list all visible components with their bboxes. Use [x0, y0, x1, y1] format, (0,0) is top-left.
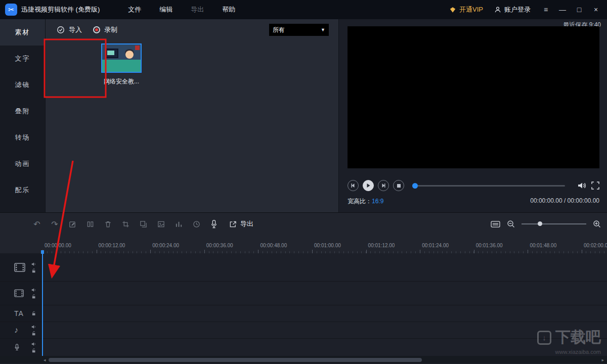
sidebar-item-label: 文字 — [15, 54, 30, 63]
volume-icon[interactable] — [577, 181, 586, 190]
undo-icon[interactable]: ↶ — [32, 219, 41, 229]
login-label: 账户登录 — [504, 5, 531, 14]
music-track-lane[interactable] — [42, 322, 607, 338]
site-watermark: ↓ 下载吧 www.xiazaiba.com — [537, 327, 601, 355]
stop-button[interactable] — [393, 180, 404, 191]
record-button[interactable]: 录制 — [93, 25, 117, 34]
prev-frame-button[interactable] — [348, 180, 359, 191]
menu-bar: 文件 编辑 导出 帮助 — [128, 5, 235, 14]
play-button[interactable] — [363, 180, 374, 191]
track-lock-icon[interactable] — [31, 268, 36, 273]
ruler-tick-mark — [474, 250, 474, 253]
sidebar-item-media[interactable]: 素材 — [0, 19, 45, 46]
zoom-in-icon[interactable] — [593, 220, 601, 228]
media-toolbar: 导入 录制 所有 ▼ — [46, 19, 338, 40]
voiceover-mic-icon[interactable] — [209, 219, 219, 229]
voice-track-lane[interactable] — [42, 339, 607, 356]
track-size-icon[interactable] — [491, 220, 500, 228]
sidebar-item-text[interactable]: 文字 — [0, 46, 45, 72]
microphone-icon — [14, 343, 20, 351]
account-login-button[interactable]: 账户登录 — [494, 5, 531, 14]
close-button[interactable]: × — [592, 6, 600, 14]
next-frame-button[interactable] — [378, 180, 389, 191]
record-icon — [93, 26, 100, 33]
sidebar-item-music[interactable]: 配乐 — [0, 177, 45, 203]
import-label: 导入 — [69, 25, 82, 34]
sidebar-item-filters[interactable]: 滤镜 — [0, 72, 45, 98]
media-item-thumbnail[interactable] — [101, 43, 142, 73]
track-row-music: ♪ — [0, 322, 607, 339]
scroll-left-arrow-icon[interactable]: ◂ — [44, 357, 46, 362]
timeline-section: ↶ ↷ — [0, 212, 607, 364]
timeline-zoom-slider[interactable] — [522, 223, 586, 224]
redo-icon[interactable]: ↷ — [50, 219, 59, 229]
aspect-ratio[interactable]: 宽高比：16:9 — [348, 197, 383, 206]
video-track-2-lane[interactable] — [42, 282, 607, 305]
hamburger-menu-icon[interactable]: ≡ — [542, 6, 550, 14]
sidebar-item-transitions[interactable]: 转场 — [0, 124, 45, 151]
video-preview-area[interactable] — [348, 26, 599, 168]
sidebar-item-overlays[interactable]: 叠附 — [0, 98, 45, 124]
timeline-horizontal-scrollbar[interactable]: ◂ ▸ — [0, 356, 607, 363]
sidebar-item-label: 滤镜 — [15, 80, 30, 89]
timeline-ruler[interactable]: 00:00:00.0000:00:12.0000:00:24.0000:00:3… — [0, 235, 607, 253]
track-lock-icon[interactable] — [31, 348, 36, 353]
aspect-ratio-value: 16:9 — [372, 198, 383, 205]
user-icon — [494, 6, 501, 13]
filter-selected-value: 所有 — [273, 26, 285, 34]
zoom-out-icon[interactable] — [507, 220, 515, 228]
media-filter-dropdown[interactable]: 所有 ▼ — [269, 24, 329, 36]
fullscreen-icon[interactable] — [591, 181, 599, 190]
video-track-2-header[interactable] — [0, 282, 42, 305]
preview-panel: 最近保存 9:40 — [339, 19, 607, 212]
timeline-export-button[interactable]: 导出 — [229, 219, 253, 229]
ruler-tick-mark — [582, 250, 582, 253]
track-mute-icon[interactable] — [31, 261, 36, 266]
ruler-tick-label: 00:01:36.00 — [476, 243, 503, 248]
track-mute-icon[interactable] — [31, 342, 36, 347]
ruler-tick-label: 00:01:24.00 — [422, 243, 449, 248]
maximize-button[interactable]: □ — [575, 6, 583, 14]
media-library-panel: 导入 录制 所有 ▼ 网络安全教... — [46, 19, 339, 212]
preview-info-row: 宽高比：16:9 00:00:00.00 / 00:00:00.00 — [348, 197, 599, 206]
timeline-playhead[interactable] — [42, 250, 43, 356]
scroll-right-arrow-icon[interactable]: ▸ — [601, 357, 604, 362]
music-track-header[interactable]: ♪ — [0, 322, 42, 338]
ruler-tick-mark — [366, 250, 367, 253]
delete-icon — [103, 219, 112, 229]
video-track-1-lane[interactable] — [42, 253, 607, 281]
zoom-slider-knob[interactable] — [538, 221, 542, 226]
voice-track-header[interactable] — [0, 339, 42, 356]
track-lock-icon[interactable] — [31, 311, 36, 316]
sidebar-item-animation[interactable]: 动画 — [0, 151, 45, 177]
menu-file[interactable]: 文件 — [128, 5, 141, 14]
watermark-url: www.xiazaiba.com — [537, 349, 601, 355]
app-title: 迅捷视频剪辑软件 (免费版) — [21, 5, 100, 14]
menu-help[interactable]: 帮助 — [222, 5, 235, 14]
import-button[interactable]: 导入 — [57, 25, 82, 34]
seek-slider-knob[interactable] — [412, 183, 418, 189]
timecode-display: 00:00:00.00 / 00:00:00.00 — [530, 197, 599, 206]
app-window: ✂ 迅捷视频剪辑软件 (免费版) 文件 编辑 导出 帮助 开通VIP 账户登录 — [0, 0, 607, 364]
sidebar-item-label: 动画 — [15, 159, 30, 168]
track-lock-icon[interactable] — [31, 294, 36, 299]
duration-clock-icon — [192, 219, 201, 229]
film-strip-icon — [14, 289, 24, 297]
vip-diamond-icon — [449, 7, 456, 13]
minimize-button[interactable]: — — [558, 6, 567, 14]
text-track-header[interactable]: TA — [0, 305, 42, 322]
track-mute-icon[interactable] — [31, 325, 36, 330]
track-lock-icon[interactable] — [31, 331, 36, 336]
scrollbar-thumb[interactable] — [49, 358, 422, 362]
import-icon — [57, 26, 65, 34]
vip-button[interactable]: 开通VIP — [449, 5, 483, 14]
track-mute-icon[interactable] — [31, 288, 36, 293]
chevron-down-icon: ▼ — [321, 27, 325, 32]
seek-slider[interactable] — [412, 185, 565, 187]
text-track-lane[interactable] — [42, 305, 607, 322]
ruler-tick-label: 00:00:00.00 — [45, 243, 71, 248]
ruler-tick-mark — [528, 250, 528, 253]
media-item[interactable]: 网络安全教... — [94, 43, 149, 86]
video-track-1-header[interactable] — [0, 253, 42, 281]
menu-edit[interactable]: 编辑 — [159, 5, 172, 14]
